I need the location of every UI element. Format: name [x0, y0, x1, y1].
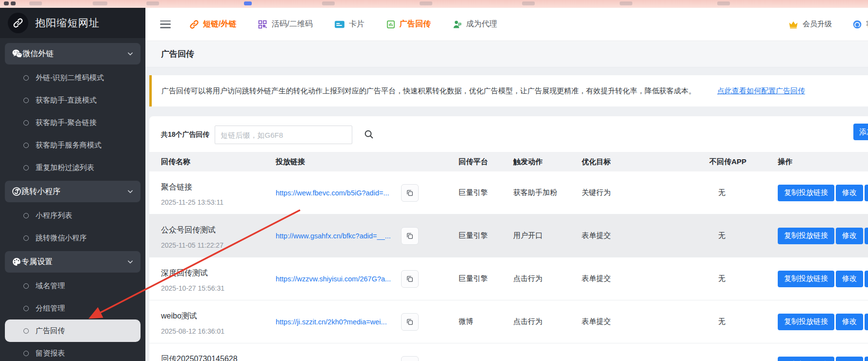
- edit-button[interactable]: 修改: [836, 228, 863, 244]
- delete-button[interactable]: 删除: [865, 271, 868, 287]
- main-content: 广告回传 广告回传可以将用户访问跳转外链产生的转化动作上报到对应的广告平台，快速…: [145, 41, 868, 361]
- callback-name: 深度回传测试: [161, 267, 276, 279]
- nav-item-label: 会员升级: [803, 20, 832, 29]
- table-row: 回传20250730145628复制投放链接修改删除: [149, 343, 868, 361]
- sidebar-item-重复加粉过滤列表[interactable]: 重复加粉过滤列表: [5, 156, 141, 179]
- cell-name: 公众号回传测试2025-11-05 11:22:27: [161, 214, 276, 257]
- edit-button[interactable]: 修改: [836, 357, 863, 361]
- sidebar-item-留资报表[interactable]: 留资报表: [5, 342, 141, 361]
- sidebar-item-广告回传[interactable]: 广告回传: [5, 319, 141, 342]
- hamburger-menu-icon[interactable]: [160, 21, 171, 28]
- no-app-value: 无: [718, 274, 726, 283]
- sidebar-item-分组管理[interactable]: 分组管理: [5, 297, 141, 319]
- strip-glyph: [93, 1, 107, 5]
- delete-button[interactable]: 删除: [865, 314, 868, 330]
- cell-platform: 巨量引擎: [459, 257, 513, 300]
- cell-trigger: 点击行为: [513, 300, 582, 343]
- sidebar-item-获客助手-直跳模式[interactable]: 获客助手-直跳模式: [5, 89, 141, 111]
- copy-launch-link-button[interactable]: 复制投放链接: [778, 185, 834, 201]
- cell-no-app: 无: [709, 214, 778, 257]
- cell-link: [276, 343, 459, 361]
- edit-button[interactable]: 修改: [836, 185, 863, 201]
- sidebar-group-跳转小程序[interactable]: 跳转小程序: [5, 181, 141, 202]
- cell-link: https://wzzvw.shiyisui.com/267G?a...: [276, 257, 459, 300]
- cell-goal: 表单提交: [582, 257, 709, 300]
- toolbar: 共18个广告回传 添加: [161, 125, 868, 145]
- sidebar-group-专属设置[interactable]: 专属设置: [5, 251, 141, 273]
- nav-item-成为代理[interactable]: 成为代理: [452, 19, 497, 29]
- copy-launch-link-button[interactable]: 复制投放链接: [778, 228, 834, 244]
- edit-button[interactable]: 修改: [836, 314, 863, 330]
- banner-help-link[interactable]: 点此查看如何配置广告回传: [717, 86, 805, 96]
- copy-link-button[interactable]: [401, 356, 419, 361]
- copy-launch-link-button[interactable]: 复制投放链接: [778, 271, 834, 287]
- table-header-回传平台: 回传平台: [459, 157, 513, 167]
- sidebar-group-微信外链[interactable]: 微信外链: [5, 43, 141, 64]
- edit-button[interactable]: 修改: [836, 271, 863, 287]
- bullet-icon: [23, 213, 29, 218]
- copy-launch-link-button[interactable]: 复制投放链接: [778, 314, 834, 330]
- nav-item-活码/二维码[interactable]: 活码/二维码: [258, 19, 312, 29]
- chain-icon: [189, 20, 199, 29]
- callback-date: 2025-11-25 13:53:11: [161, 197, 276, 207]
- sidebar-item-label: 重复加粉过滤列表: [36, 163, 94, 172]
- delete-button[interactable]: 删除: [865, 185, 868, 201]
- info-banner: 广告回传可以将用户访问跳转外链产生的转化动作上报到对应的广告平台，快速积累转化数…: [149, 75, 868, 106]
- page-title: 广告回传: [161, 48, 194, 60]
- cell-no-app: [709, 343, 778, 361]
- copy-icon: [406, 318, 414, 326]
- copy-link-button[interactable]: [401, 313, 419, 331]
- search-button[interactable]: [359, 125, 379, 145]
- sidebar-item-label: 分组管理: [36, 304, 65, 313]
- copy-link-button[interactable]: [401, 227, 419, 245]
- miniapp-icon: [12, 187, 21, 196]
- topnav: 短链/外链活码/二维码卡片广告回传成为代理 会员升级客服: [145, 8, 868, 41]
- cell-no-app: 无: [709, 171, 778, 214]
- table-header-回传名称: 回传名称: [161, 157, 276, 167]
- tracking-link[interactable]: https://ji.szzit.cn/2kh0?media=wei...: [276, 318, 398, 326]
- delete-button[interactable]: 删除: [865, 228, 868, 244]
- callback-name: 公众号回传测试: [161, 224, 276, 236]
- nav-item-客服[interactable]: 客服: [852, 20, 868, 29]
- bullet-icon: [23, 328, 29, 334]
- nav-item-label: 短链/外链: [203, 19, 236, 29]
- sidebar-item-域名管理[interactable]: 域名管理: [5, 275, 141, 297]
- topnav-right: 会员升级客服: [788, 20, 868, 29]
- strip-glyph: [522, 1, 535, 5]
- table-header-不回传APP: 不回传APP: [709, 157, 778, 167]
- nav-item-卡片[interactable]: 卡片: [334, 19, 364, 29]
- add-callback-button[interactable]: 添加: [853, 124, 868, 140]
- chevron-down-icon: [127, 50, 134, 57]
- strip-glyph: [244, 1, 252, 5]
- sidebar-item-获客助手服务商模式[interactable]: 获客助手服务商模式: [5, 134, 141, 156]
- cell-platform: 微博: [459, 300, 513, 343]
- tracking-link[interactable]: https://wew.fbevc.com/b5iG?adid=...: [276, 189, 398, 197]
- browser-tab-strip: [0, 0, 868, 8]
- search-input[interactable]: [215, 126, 352, 144]
- sidebar-item-获客助手-聚合链接[interactable]: 获客助手-聚合链接: [5, 111, 141, 134]
- cell-actions: 复制投放链接修改删除: [778, 343, 868, 361]
- cell-platform: 巨量引擎: [459, 171, 513, 214]
- copy-link-button[interactable]: [401, 270, 419, 288]
- card-icon: [334, 20, 345, 29]
- copy-icon: [406, 232, 414, 240]
- tracking-link[interactable]: https://wzzvw.shiyisui.com/267G?a...: [276, 275, 398, 283]
- nav-item-会员升级[interactable]: 会员升级: [788, 20, 832, 29]
- nav-item-广告回传[interactable]: 广告回传: [386, 19, 431, 29]
- search-icon: [363, 129, 374, 141]
- link-logo-icon: [8, 13, 28, 33]
- tracking-link[interactable]: http://www.gsahfx.cn/bfkc?adid=__...: [276, 232, 398, 240]
- nav-item-label: 活码/二维码: [271, 19, 312, 29]
- copy-launch-link-button[interactable]: 复制投放链接: [778, 357, 834, 361]
- sidebar-item-跳转微信小程序[interactable]: 跳转微信小程序: [5, 227, 141, 249]
- sidebar-item-小程序列表[interactable]: 小程序列表: [5, 204, 141, 227]
- nav-item-label: 广告回传: [400, 19, 431, 29]
- bullet-icon: [23, 143, 29, 148]
- cell-link: https://ji.szzit.cn/2kh0?media=wei...: [276, 300, 459, 343]
- copy-link-button[interactable]: [401, 184, 419, 202]
- table-row: 深度回传测试2025-10-27 15:56:31https://wzzvw.s…: [149, 257, 868, 300]
- nav-item-短链/外链[interactable]: 短链/外链: [189, 19, 236, 29]
- crown-icon: [788, 20, 799, 29]
- delete-button[interactable]: 删除: [865, 357, 868, 361]
- sidebar-item-外链-识别二维码模式[interactable]: 外链-识别二维码模式: [5, 66, 141, 89]
